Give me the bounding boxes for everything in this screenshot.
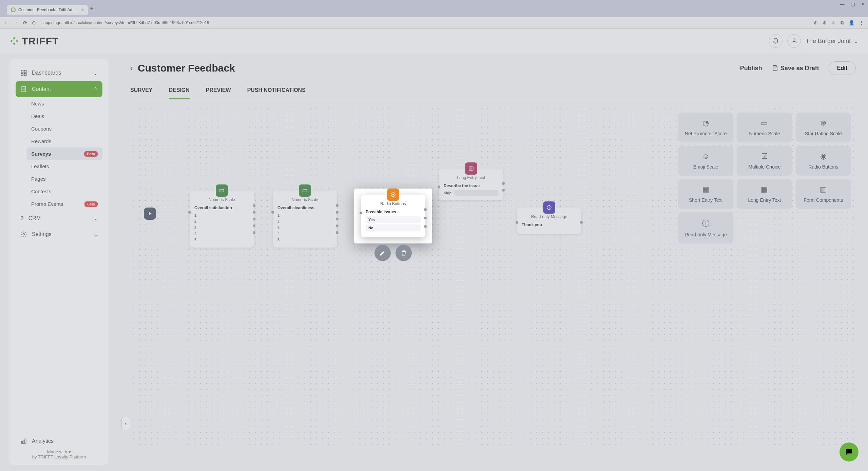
account-button[interactable] — [787, 34, 801, 48]
node-question: Overall satisfaction — [194, 205, 249, 210]
back-icon[interactable]: ← — [4, 20, 9, 25]
palette-form[interactable]: ▥Form Components — [796, 179, 851, 209]
translate-icon[interactable]: ⊕ — [814, 20, 818, 26]
nav-sub-deals[interactable]: Deals — [26, 110, 102, 122]
svg-rect-9 — [21, 441, 22, 444]
palette-emoji[interactable]: ☺Emoji Scale — [678, 146, 733, 176]
long-text-icon: ▦ — [761, 185, 768, 194]
chat-button[interactable] — [840, 443, 859, 462]
node-numeric-2[interactable]: 123 Numeric Scale Overall cleanliness 1 … — [273, 191, 337, 248]
chat-icon — [845, 448, 853, 456]
chevron-down-icon: ⌄ — [93, 231, 98, 238]
palette-short-text[interactable]: ▤Short Entry Text — [678, 179, 733, 209]
nav-analytics[interactable]: Analytics — [16, 433, 102, 449]
palette-long-text[interactable]: ▦Long Entry Text — [737, 179, 792, 209]
node-type-label: Radio Buttons — [366, 201, 421, 206]
delete-node-button[interactable] — [396, 245, 412, 261]
question-icon: ? — [20, 215, 24, 221]
node-readonly[interactable]: Read-only Message Thank you — [517, 208, 581, 234]
nav-dashboards[interactable]: Dashboards ⌄ — [16, 65, 102, 81]
tab-push-notifications[interactable]: PUSH NOTIFICATIONS — [247, 82, 306, 99]
nav-sub-leaflets[interactable]: Leaflets — [26, 160, 102, 173]
node-numeric-1[interactable]: 123 Numeric Scale Overall satisfaction 1… — [190, 191, 254, 248]
tab-close-icon[interactable]: × — [81, 7, 84, 13]
emoji-icon: ☺ — [702, 152, 709, 161]
node-type-label: Read-only Message — [522, 214, 577, 219]
design-canvas[interactable]: 123 Numeric Scale Overall satisfaction 1… — [130, 106, 856, 445]
nav-sub-surveys[interactable]: SurveysBeta — [26, 148, 102, 160]
publish-button[interactable]: Publish — [740, 65, 762, 72]
profile-icon[interactable]: 👤 — [849, 20, 854, 26]
brand-logo[interactable]: TRIFFT — [9, 35, 59, 47]
tab-favicon — [11, 7, 16, 12]
beta-badge: Beta — [84, 151, 98, 157]
chevron-up-icon: ⌃ — [93, 86, 98, 93]
reload-icon[interactable]: ⟳ — [23, 20, 27, 25]
browser-toolbar: ← → ⟳ ⊙ app.stage.trifft.io/cacitokiy/co… — [0, 17, 868, 29]
chevron-down-icon: ⌄ — [93, 215, 98, 221]
nav-crm[interactable]: ? CRM ⌄ — [16, 210, 102, 226]
long-text-icon — [465, 162, 477, 175]
nav-sub-contests[interactable]: Contests — [26, 185, 102, 198]
maximize-icon[interactable]: ▢ — [851, 1, 855, 7]
node-type-label: Numeric Scale — [194, 197, 249, 202]
start-node[interactable] — [144, 208, 156, 220]
notifications-button[interactable] — [769, 34, 783, 48]
save-draft-button[interactable]: Save as Draft — [772, 65, 819, 72]
palette-numeric[interactable]: ▭Numeric Scale — [737, 113, 792, 142]
numeric-icon: 123 — [216, 184, 228, 197]
radio-icon: ◉ — [820, 152, 827, 161]
url-bar[interactable]: app.stage.trifft.io/cacitokiy/content/su… — [41, 20, 809, 25]
heart-icon: ♥ — [69, 449, 71, 454]
minimize-icon[interactable]: — — [840, 1, 845, 7]
browser-tab[interactable]: Customer Feedback - Trifft Ad... × — [7, 5, 88, 15]
zoom-icon[interactable]: ⊕ — [823, 20, 827, 26]
palette-radio[interactable]: ◉Radio Buttons — [796, 146, 851, 176]
site-info-icon[interactable]: ⊙ — [32, 20, 36, 25]
new-tab-button[interactable]: + — [90, 5, 93, 12]
nav-sub-promo-events[interactable]: Promo EventsBeta — [26, 198, 102, 210]
palette-readonly[interactable]: ⓘRead-only Message — [678, 212, 733, 243]
nav-sub-coupons[interactable]: Coupons — [26, 122, 102, 135]
short-text-icon: ▤ — [702, 185, 709, 194]
nav-sub-pages[interactable]: Pages — [26, 173, 102, 185]
edit-node-button[interactable] — [374, 245, 391, 261]
palette-nps[interactable]: ◔Net Promoter Score — [678, 113, 733, 142]
nav-content[interactable]: Content ⌃ — [16, 81, 102, 97]
close-window-icon[interactable]: ✕ — [861, 1, 865, 7]
palette-multiple[interactable]: ☑Multiple Choice — [737, 146, 792, 176]
radio-icon — [387, 189, 399, 201]
node-radio-selected[interactable]: Radio Buttons Possible issues Yes No — [361, 195, 425, 237]
extensions-icon[interactable]: ⧉ — [841, 20, 844, 26]
node-long-text[interactable]: Long Entry Text Describe the issue Skip — [439, 169, 503, 200]
svg-rect-2 — [24, 71, 26, 73]
beta-badge: Beta — [84, 201, 98, 207]
svg-point-23 — [549, 206, 549, 207]
numeric-icon: 123 — [299, 184, 311, 197]
browser-tabbar: Customer Feedback - Trifft Ad... × + — ▢… — [0, 0, 868, 17]
edit-button[interactable]: Edit — [829, 61, 856, 75]
trash-icon — [400, 250, 407, 256]
nav-sub-rewards[interactable]: Rewards — [26, 135, 102, 148]
page-tabs: SURVEY DESIGN PREVIEW PUSH NOTIFICATIONS — [130, 82, 856, 99]
info-icon: ⓘ — [702, 218, 710, 229]
tab-preview[interactable]: PREVIEW — [206, 82, 231, 99]
tab-survey[interactable]: SURVEY — [130, 82, 153, 99]
play-icon — [147, 211, 153, 216]
forward-icon[interactable]: → — [14, 20, 18, 25]
svg-rect-11 — [25, 439, 26, 443]
node-action-bar — [374, 245, 412, 261]
content-area: ‹ Customer Feedback Publish Save as Draf… — [118, 53, 868, 471]
svg-rect-10 — [23, 440, 24, 444]
palette-star[interactable]: ⊛Star Rating Scale — [796, 113, 851, 142]
nav-sub-news[interactable]: News — [26, 97, 102, 110]
brand-name: TRIFFT — [22, 35, 59, 47]
form-icon: ▥ — [820, 185, 827, 194]
back-button[interactable]: ‹ — [130, 63, 133, 73]
nav-settings[interactable]: Settings ⌄ — [16, 226, 102, 242]
bookmark-icon[interactable]: ☆ — [831, 20, 836, 26]
gear-icon — [20, 231, 27, 238]
tab-design[interactable]: DESIGN — [169, 82, 190, 99]
menu-icon[interactable]: ⋮ — [859, 20, 864, 26]
org-switcher[interactable]: The Burger Joint ⌄ — [806, 37, 859, 45]
